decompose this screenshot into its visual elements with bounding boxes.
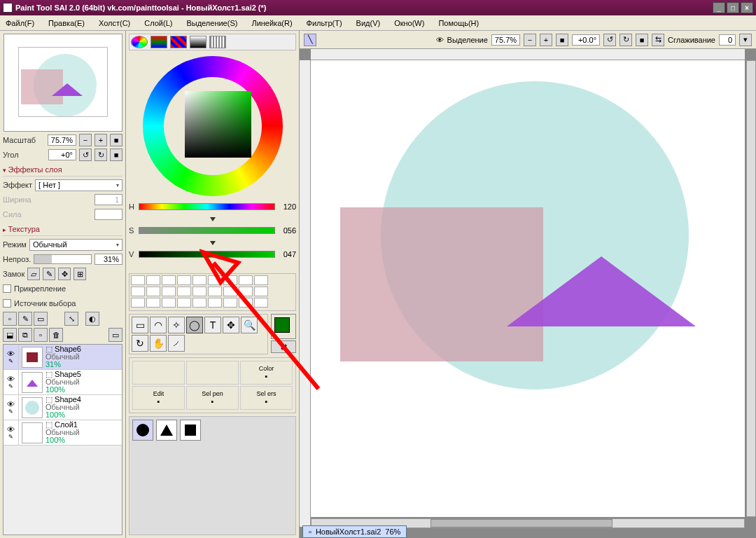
texture-header[interactable]: Текстура xyxy=(3,223,122,236)
eyedropper-tool[interactable]: ⟋ xyxy=(168,335,185,352)
menu-file[interactable]: Файл(F) xyxy=(6,19,34,27)
visibility-icon[interactable]: 👁✎ xyxy=(4,395,19,420)
text-tool[interactable]: T xyxy=(204,317,221,333)
swap-colors-button[interactable]: ⇄ xyxy=(271,340,296,353)
close-button[interactable]: × xyxy=(741,2,753,13)
layer-row[interactable]: 👁✎⬚ Shape5Обычный100% xyxy=(4,370,122,395)
hue-slider[interactable] xyxy=(139,203,275,210)
color-wheel-tab[interactable] xyxy=(131,36,148,48)
menu-filter[interactable]: Фильтр(T) xyxy=(307,19,342,27)
aa-value[interactable]: 0 xyxy=(719,34,736,46)
minimize-button[interactable]: _ xyxy=(713,2,725,13)
zoom-fit-button[interactable]: ■ xyxy=(110,134,122,146)
menu-select[interactable]: Выделение(S) xyxy=(186,19,237,27)
hue-value: 120 xyxy=(278,202,296,211)
source-checkbox[interactable] xyxy=(3,299,11,308)
layer-row[interactable]: 👁✎⬚ Слой1Обычный100% xyxy=(4,420,122,446)
zoom-out-button[interactable]: − xyxy=(79,134,92,146)
transform-button[interactable]: ⤡ xyxy=(64,312,78,326)
clear-button[interactable]: ▫ xyxy=(34,328,48,342)
toolbar-zoom-out[interactable]: − xyxy=(524,34,536,46)
toolbar-angle-reset[interactable]: ■ xyxy=(636,34,648,46)
new-folder-button[interactable]: ▭ xyxy=(34,312,48,326)
maximize-button[interactable]: □ xyxy=(727,2,739,13)
color-swatches[interactable] xyxy=(129,273,296,311)
menu-window[interactable]: Окно(W) xyxy=(394,19,424,27)
opacity-value[interactable]: 31% xyxy=(94,254,122,265)
canvas-shape-triangle[interactable] xyxy=(507,256,696,326)
shape-triangle[interactable] xyxy=(156,420,177,441)
rect-select-tool[interactable]: ▭ xyxy=(132,317,148,333)
layer-options-button[interactable]: ▭ xyxy=(108,328,122,342)
aa-dropdown[interactable]: ▾ xyxy=(739,34,752,46)
toolbar-zoom-in[interactable]: + xyxy=(540,34,552,46)
visibility-icon[interactable]: 👁✎ xyxy=(4,370,19,395)
saturation-slider[interactable] xyxy=(139,227,275,234)
brush-option-cell[interactable] xyxy=(132,361,185,385)
effect-select[interactable]: [ Нет ] xyxy=(35,179,122,191)
menu-canvas[interactable]: Холст(C) xyxy=(99,19,130,27)
lasso-tool[interactable]: ◠ xyxy=(150,317,167,333)
rgb-tab[interactable] xyxy=(150,36,167,48)
visibility-icon[interactable]: 👁✎ xyxy=(4,345,19,370)
opacity-slider[interactable] xyxy=(34,254,92,264)
color-wheel[interactable] xyxy=(143,56,283,196)
zoom-value[interactable]: 75.7% xyxy=(48,134,76,146)
menu-edit[interactable]: Правка(E) xyxy=(48,19,85,27)
flip-button[interactable]: ⇆ xyxy=(652,34,664,46)
rotate-cw-button[interactable]: ↻ xyxy=(94,149,107,161)
document-tab[interactable]: ▫ НовыйХолст1.sai2 76% xyxy=(302,525,407,538)
toolbar-zoom[interactable]: 75.7% xyxy=(491,34,520,46)
line-tool-icon[interactable]: ╲ xyxy=(304,34,316,46)
brush-option-cell[interactable]: Sel pen▪ xyxy=(186,386,239,410)
lock-all-button[interactable]: ⊞ xyxy=(74,268,86,280)
angle-reset-button[interactable]: ■ xyxy=(110,149,122,161)
visibility-icon[interactable]: 👁✎ xyxy=(4,420,19,446)
brush-option-cell[interactable] xyxy=(186,361,239,385)
brush-option-cell[interactable]: Color▪ xyxy=(240,361,293,385)
fg-bg-color[interactable] xyxy=(271,314,296,339)
shape-circle[interactable] xyxy=(132,420,153,441)
toolbar-rotate-cw[interactable]: ↻ xyxy=(620,34,632,46)
menu-view[interactable]: Вид(V) xyxy=(356,19,381,27)
lock-paint-button[interactable]: ✎ xyxy=(43,268,55,280)
canvas[interactable] xyxy=(311,60,745,517)
menu-ruler[interactable]: Линейка(R) xyxy=(251,19,292,27)
layer-row[interactable]: 👁✎⬚ Shape4Обычный100% xyxy=(4,395,122,420)
navigator[interactable] xyxy=(4,34,122,132)
toolbar-zoom-fit[interactable]: ■ xyxy=(556,34,568,46)
duplicate-button[interactable]: ⧉ xyxy=(18,328,32,342)
lock-alpha-button[interactable]: ▱ xyxy=(27,268,40,280)
clip-checkbox[interactable] xyxy=(3,284,11,293)
value-slider[interactable] xyxy=(139,251,275,258)
lock-move-button[interactable]: ✥ xyxy=(58,268,71,280)
delete-layer-button[interactable]: 🗑 xyxy=(49,328,63,342)
move-tool[interactable]: ✥ xyxy=(223,317,239,333)
shape-tool[interactable]: ◯ xyxy=(186,317,203,333)
rotate-ccw-button[interactable]: ↺ xyxy=(79,149,92,161)
toolbar-angle[interactable]: +0.0° xyxy=(572,34,600,46)
toolbar-rotate-ccw[interactable]: ↺ xyxy=(603,34,616,46)
swatch-tab[interactable] xyxy=(209,36,226,48)
shape-square[interactable] xyxy=(180,420,201,441)
layer-row[interactable]: 👁✎⬚ Shape6Обычный31% xyxy=(4,345,122,370)
menu-help[interactable]: Помощь(H) xyxy=(438,19,479,27)
wand-tool[interactable]: ✧ xyxy=(168,317,185,333)
mask-button[interactable]: ◐ xyxy=(85,312,99,326)
layer-effects-header[interactable]: Эффекты слоя xyxy=(3,163,122,177)
new-linework-button[interactable]: ✎ xyxy=(18,312,32,326)
zoom-tool[interactable]: 🔍 xyxy=(241,317,258,333)
angle-value[interactable]: +0° xyxy=(48,149,76,160)
brush-option-cell[interactable]: Sel ers▪ xyxy=(240,386,293,410)
new-layer-button[interactable]: ▫ xyxy=(3,312,17,326)
zoom-in-button[interactable]: + xyxy=(94,134,107,146)
mixer-tab[interactable] xyxy=(170,36,187,48)
vertical-scrollbar[interactable] xyxy=(746,60,756,517)
brush-option-cell[interactable]: Edit▪ xyxy=(132,386,185,410)
blend-mode-select[interactable]: Обычный xyxy=(29,239,122,251)
menu-layer[interactable]: Слой(L) xyxy=(144,19,172,27)
gray-tab[interactable] xyxy=(190,36,206,48)
merge-down-button[interactable]: ⬓ xyxy=(3,328,17,342)
rotate-tool[interactable]: ↻ xyxy=(132,335,148,352)
hand-tool[interactable]: ✋ xyxy=(150,335,167,352)
